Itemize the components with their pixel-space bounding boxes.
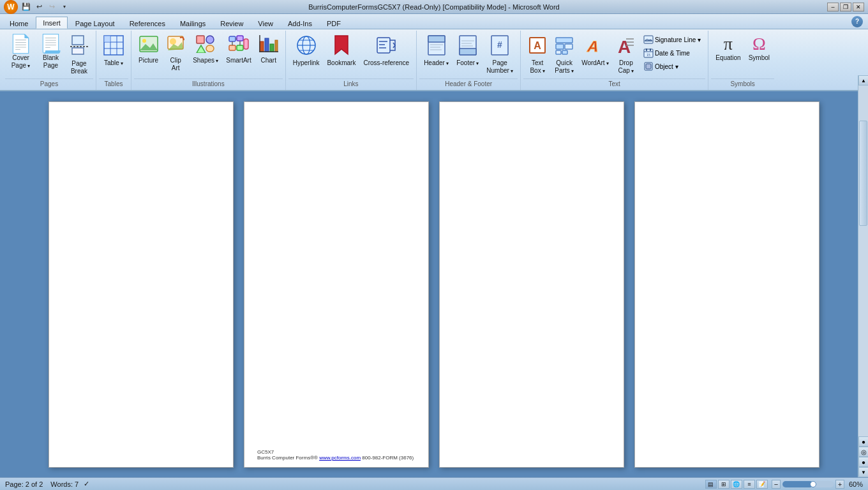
scroll-thumb[interactable] (859, 121, 867, 226)
page-break-button[interactable]: PageBreak (66, 33, 92, 77)
ribbon-group-header-footer: Header Footer (417, 31, 521, 90)
drop-cap-label: DropCap (618, 59, 634, 75)
zoom-in-button[interactable]: + (835, 480, 844, 489)
cover-page-label: CoverPage (11, 54, 31, 70)
header-icon (428, 35, 445, 58)
restore-button[interactable]: ❐ (840, 3, 851, 11)
cross-reference-label: Cross-reference (363, 59, 409, 67)
tab-insert[interactable]: Insert (36, 17, 68, 29)
language-check-icon[interactable]: ✓ (84, 480, 89, 488)
web-layout-view[interactable]: 🌐 (731, 480, 742, 489)
customize-qa-button[interactable]: ▾ (59, 1, 70, 13)
smartart-button[interactable]: SmartArt (223, 33, 254, 66)
doc-page-3[interactable] (439, 101, 624, 468)
footer-icon (459, 35, 477, 58)
ribbon-group-links: Hyperlink Bookmark (286, 31, 417, 90)
tab-home[interactable]: Home (3, 17, 35, 29)
doc-page-2[interactable]: GC5X7 Burris Computer Forms®® www.pcform… (244, 101, 429, 468)
blank-page-button[interactable]: 📃 BlankPage (36, 33, 65, 71)
scroll-track[interactable] (858, 85, 868, 436)
shapes-label: Shapes (193, 57, 218, 64)
next-page-button[interactable]: ● (858, 457, 868, 467)
document-area: GC5X7 Burris Computer Forms®® www.pcform… (0, 91, 868, 478)
status-right: ▤ ⊞ 🌐 ≡ 📝 − + 60% (705, 480, 863, 489)
picture-label: Picture (138, 57, 158, 64)
table-label: Table (104, 59, 123, 67)
cover-page-icon: 📄 (10, 35, 32, 53)
close-button[interactable]: ✕ (853, 3, 864, 11)
picture-icon (139, 35, 158, 56)
header-button[interactable]: Header (421, 33, 452, 69)
zoom-out-button[interactable]: − (772, 480, 781, 489)
help-button[interactable]: ? (851, 16, 863, 27)
svg-text:A: A (618, 37, 631, 56)
clip-art-button[interactable]: ClipArt (163, 33, 188, 74)
svg-rect-18 (206, 45, 214, 52)
scroll-up-button[interactable]: ▲ (858, 75, 868, 85)
smartart-icon (228, 35, 249, 56)
quick-parts-label: QuickParts (555, 59, 574, 75)
drop-cap-button[interactable]: A DropCap (613, 33, 639, 77)
tab-add-ins[interactable]: Add-Ins (281, 17, 319, 29)
svg-rect-8 (104, 36, 110, 42)
tab-review[interactable]: Review (213, 17, 250, 29)
picture-button[interactable]: Picture (135, 33, 161, 66)
symbol-button[interactable]: Ω Symbol (745, 33, 773, 64)
text-box-button[interactable]: A TextBox (525, 33, 550, 77)
redo-button[interactable]: ↪ (46, 1, 57, 13)
minimize-button[interactable]: – (827, 3, 839, 11)
status-bar: Page: 2 of 2 Words: 7 ✓ ▤ ⊞ 🌐 ≡ 📝 − + 60… (0, 477, 868, 490)
svg-rect-39 (377, 38, 390, 53)
shapes-button[interactable]: Shapes (190, 33, 221, 66)
zoom-slider[interactable] (782, 481, 834, 487)
cross-reference-button[interactable]: Cross-reference (360, 33, 412, 69)
outline-view[interactable]: ≡ (744, 480, 755, 489)
svg-rect-58 (556, 44, 564, 49)
tab-view[interactable]: View (251, 17, 280, 29)
header-footer-label: Header & Footer (419, 78, 518, 89)
chart-button[interactable]: Chart (256, 33, 281, 66)
office-logo[interactable]: W (4, 0, 18, 14)
cover-page-button[interactable]: 📄 CoverPage (6, 33, 35, 71)
signature-line-icon (643, 34, 654, 45)
draft-view[interactable]: 📝 (756, 480, 768, 489)
prev-page-button[interactable]: ● (858, 436, 868, 447)
wordart-button[interactable]: A A WordArt (578, 33, 612, 69)
equation-icon: π (724, 35, 733, 53)
text-box-icon: A (528, 35, 546, 58)
table-button[interactable]: Table (100, 33, 127, 69)
window-controls: – ❐ ✕ (827, 3, 864, 11)
svg-rect-20 (237, 36, 243, 41)
tab-page-layout[interactable]: Page Layout (68, 17, 122, 29)
tab-references[interactable]: References (123, 17, 172, 29)
select-browse-button[interactable]: ◎ (858, 447, 868, 457)
scroll-down-button[interactable]: ▼ (858, 467, 868, 477)
tab-pdf[interactable]: PDF (320, 17, 348, 29)
object-icon (643, 61, 654, 71)
equation-button[interactable]: π Equation (712, 33, 744, 64)
date-time-button[interactable]: 15 Date & Time (640, 47, 704, 59)
svg-marker-17 (197, 45, 206, 53)
ribbon-group-pages: 📄 CoverPage 📃 BlankPage PageBreak Pages (3, 31, 96, 90)
print-layout-view[interactable]: ▤ (705, 480, 717, 489)
object-button[interactable]: Object ▾ (640, 60, 704, 73)
svg-text:#: # (497, 40, 502, 50)
text-label: Text (523, 78, 705, 89)
quick-parts-button[interactable]: QuickParts (551, 33, 577, 77)
footer-button[interactable]: Footer (453, 33, 482, 69)
wordart-label: WordArt (581, 59, 609, 67)
svg-rect-30 (275, 40, 278, 52)
tab-mailings[interactable]: Mailings (173, 17, 213, 29)
doc-page-1[interactable] (49, 101, 234, 468)
doc-page-4[interactable] (634, 101, 819, 468)
title-bar: W 💾 ↩ ↪ ▾ BurrisComputerFormsGC5X7 (Read… (0, 0, 868, 14)
signature-line-button[interactable]: Signature Line ▾ (640, 33, 704, 46)
full-screen-view[interactable]: ⊞ (718, 480, 730, 489)
header-label: Header (424, 59, 449, 67)
page-number-button[interactable]: # PageNumber (483, 33, 516, 77)
save-button[interactable]: 💾 (20, 1, 32, 13)
bookmark-button[interactable]: Bookmark (324, 33, 359, 69)
undo-button[interactable]: ↩ (33, 1, 45, 13)
hyperlink-button[interactable]: Hyperlink (290, 33, 323, 69)
svg-text:15: 15 (647, 53, 650, 57)
